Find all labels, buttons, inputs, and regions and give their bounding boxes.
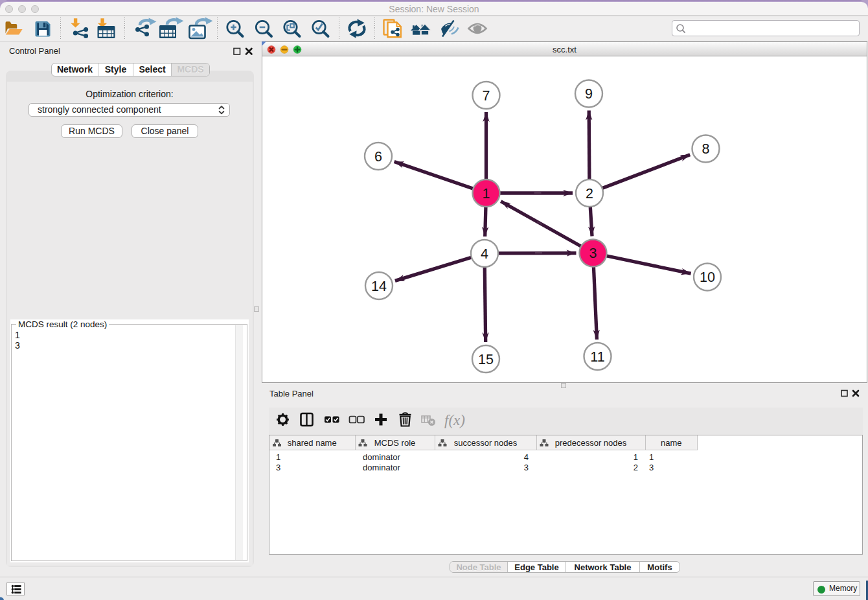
svg-text:3: 3 [589, 246, 597, 261]
svg-text:4: 4 [481, 246, 488, 262]
svg-text:1: 1 [483, 186, 490, 202]
svg-text:15: 15 [478, 352, 494, 367]
svg-text:10: 10 [700, 270, 715, 285]
svg-text:6: 6 [374, 149, 382, 165]
svg-text:2: 2 [586, 186, 593, 202]
svg-text:14: 14 [371, 279, 387, 294]
svg-text:f(x): f(x) [444, 412, 465, 428]
svg-text:8: 8 [702, 141, 710, 157]
svg-text:9: 9 [585, 86, 593, 102]
svg-text:11: 11 [590, 349, 604, 365]
svg-text:7: 7 [483, 88, 490, 104]
